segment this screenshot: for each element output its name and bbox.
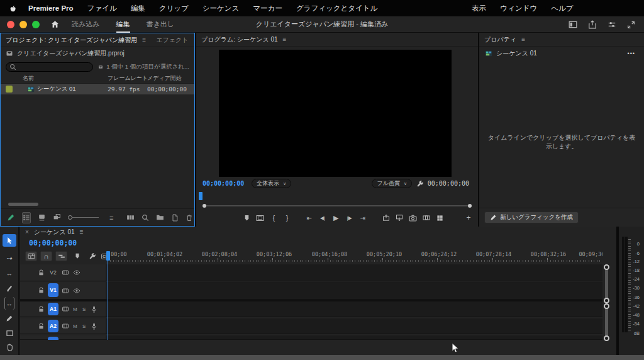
scrollbar-handle[interactable]: [203, 204, 206, 208]
sync-lock-icon[interactable]: [62, 305, 69, 313]
panel-menu-icon[interactable]: ≡: [80, 228, 84, 235]
mark-out-button[interactable]: }: [283, 214, 291, 222]
track-content-v1[interactable]: [106, 282, 602, 300]
timeline-tab-label[interactable]: シーケンス 01: [34, 228, 75, 237]
zoom-window-button[interactable]: [32, 21, 40, 28]
new-bin-button[interactable]: [156, 213, 164, 222]
selection-tool[interactable]: [3, 234, 16, 247]
hand-tool[interactable]: [3, 340, 16, 353]
video-vertical-scrollbar[interactable]: [605, 267, 608, 300]
menu-help[interactable]: ヘルプ: [551, 4, 573, 13]
safe-margins-button[interactable]: [256, 214, 264, 222]
track-output-eye-icon[interactable]: [73, 269, 80, 276]
extract-button[interactable]: [396, 214, 403, 222]
menu-clip[interactable]: クリップ: [159, 4, 189, 13]
minimize-window-button[interactable]: [19, 21, 27, 28]
track-target-a2[interactable]: A2: [48, 320, 58, 332]
icon-view-button[interactable]: [38, 213, 46, 222]
track-content-v2[interactable]: [106, 264, 602, 281]
track-output-eye-icon[interactable]: [73, 287, 80, 295]
mute-button[interactable]: M: [73, 323, 77, 329]
delete-button[interactable]: [186, 214, 193, 222]
mute-button[interactable]: M: [73, 307, 77, 312]
menu-app-name[interactable]: Premiere Pro: [28, 4, 74, 12]
track-target-a1[interactable]: A1: [48, 303, 58, 315]
scrollbar-zoom-handle[interactable]: [604, 303, 609, 309]
list-view-button[interactable]: [22, 212, 31, 223]
workspace-settings-icon[interactable]: [608, 20, 616, 29]
automate-to-sequence-button[interactable]: [126, 213, 135, 222]
zoom-slider-knob[interactable]: [68, 215, 72, 220]
menu-sequence[interactable]: シーケンス: [203, 4, 240, 13]
track-target-v1[interactable]: V1: [48, 283, 58, 297]
program-title[interactable]: プログラム: シーケンス 01: [201, 35, 278, 44]
program-video-frame[interactable]: [219, 50, 452, 177]
razor-tool[interactable]: [3, 282, 16, 295]
voiceover-mic-icon[interactable]: [91, 323, 97, 330]
create-graphic-button[interactable]: 新しいグラフィックを作成: [484, 211, 579, 223]
multicam-view-button[interactable]: [436, 215, 444, 222]
mark-in-button[interactable]: {: [270, 214, 277, 222]
timeline-settings-wrench-icon[interactable]: [89, 252, 96, 260]
timeline-tab[interactable]: × シーケンス 01 ≡: [20, 227, 616, 237]
track-content-a2[interactable]: [106, 318, 602, 334]
timeline-ruler[interactable]: ;00;00 00;01;04;02 00;02;08;04 00;03;12;…: [106, 250, 602, 262]
new-item-button[interactable]: [171, 214, 179, 222]
playhead-line[interactable]: [108, 261, 108, 340]
menu-view[interactable]: 表示: [472, 4, 486, 13]
track-select-forward-tool[interactable]: ⇢: [3, 252, 16, 264]
step-forward-button[interactable]: |▶: [345, 215, 353, 221]
apple-menu[interactable]: [9, 4, 17, 13]
column-framerate[interactable]: フレームレート: [108, 74, 148, 82]
scrollbar-zoom-handle[interactable]: [604, 335, 609, 341]
program-scrollbar[interactable]: [204, 205, 470, 206]
track-content-a1[interactable]: [106, 301, 602, 317]
go-to-in-button[interactable]: ⇤: [306, 215, 313, 222]
go-to-out-button[interactable]: ⇥: [359, 215, 367, 222]
item-name[interactable]: シーケンス 01: [37, 85, 76, 93]
search-input[interactable]: [6, 62, 93, 72]
close-icon[interactable]: ×: [25, 228, 29, 235]
solo-button[interactable]: S: [82, 307, 86, 312]
solo-button[interactable]: S: [82, 323, 86, 329]
settings-wrench-icon[interactable]: [416, 180, 424, 188]
step-back-button[interactable]: ◀|: [319, 215, 326, 221]
button-editor-button[interactable]: +: [465, 213, 472, 222]
voiceover-mic-icon[interactable]: [91, 306, 97, 313]
track-target-v2[interactable]: V2: [48, 269, 58, 276]
scrollbar-zoom-handle[interactable]: [604, 264, 609, 270]
play-button[interactable]: ▶: [332, 214, 340, 222]
comparison-view-button[interactable]: [423, 214, 430, 222]
lock-icon[interactable]: [38, 323, 45, 330]
more-options-icon[interactable]: •••: [628, 50, 635, 57]
horizontal-scrollbar[interactable]: [8, 203, 38, 206]
sync-lock-icon[interactable]: [62, 269, 69, 276]
quick-export-panel-icon[interactable]: [569, 20, 577, 29]
lock-icon[interactable]: [38, 287, 45, 294]
menu-window[interactable]: ウィンドウ: [500, 4, 537, 13]
ripple-edit-tool[interactable]: ↔: [3, 267, 16, 279]
panel-menu-icon[interactable]: ≡: [142, 37, 146, 43]
sort-icons-button[interactable]: ≡: [109, 214, 113, 222]
playback-quality-select[interactable]: フル画質 ∨: [372, 179, 412, 188]
zoom-level-select[interactable]: 全体表示 ∨: [252, 179, 291, 188]
audio-vertical-scrollbar[interactable]: [605, 306, 608, 338]
column-media-start[interactable]: メディア開始: [147, 74, 182, 82]
sync-lock-icon[interactable]: [62, 287, 69, 295]
tab-effects[interactable]: エフェクト: [156, 36, 188, 45]
lock-icon[interactable]: [38, 306, 45, 313]
pen-tool[interactable]: [3, 312, 16, 325]
menu-file[interactable]: ファイル: [87, 4, 117, 13]
panel-menu-icon[interactable]: ≡: [521, 36, 525, 43]
properties-selected-item[interactable]: シーケンス 01 •••: [479, 47, 644, 60]
label-color-chip[interactable]: [6, 86, 13, 93]
lock-icon[interactable]: [38, 269, 45, 276]
add-marker-button[interactable]: [74, 253, 80, 259]
menu-marker[interactable]: マーカー: [253, 4, 282, 13]
fullscreen-icon[interactable]: [627, 21, 635, 29]
rectangle-tool[interactable]: [3, 327, 16, 339]
project-item-row[interactable]: シーケンス 01 29.97 fps 00;00;00;00: [1, 84, 194, 94]
export-frame-button[interactable]: [409, 214, 417, 222]
find-button[interactable]: [142, 214, 149, 222]
timeline-timecode[interactable]: 00;00;00;00: [29, 239, 77, 247]
